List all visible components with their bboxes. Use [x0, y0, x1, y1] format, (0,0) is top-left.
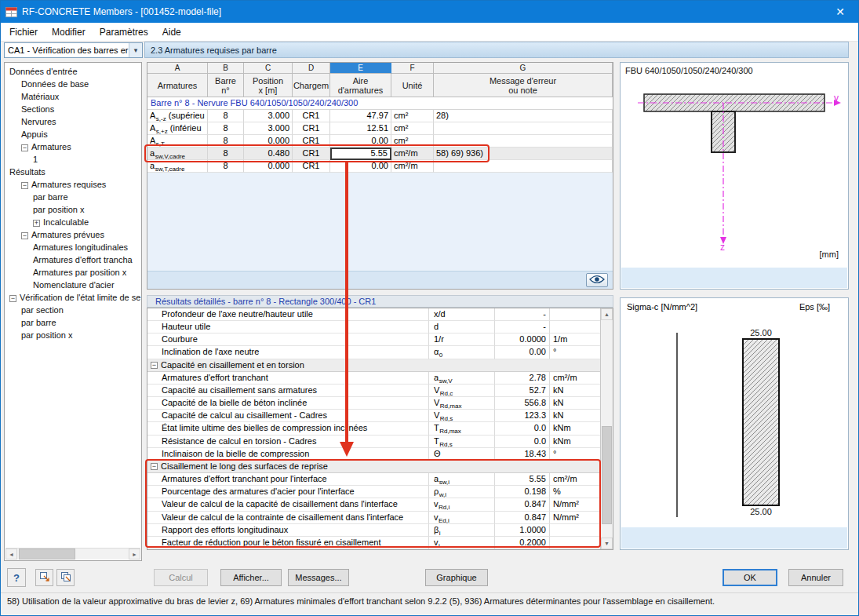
column-letter-f[interactable]: F: [391, 63, 434, 74]
cell-note[interactable]: [434, 122, 613, 135]
tree-item-par-position-x[interactable]: par position x: [5, 329, 141, 341]
cell-barre[interactable]: 8: [208, 160, 244, 173]
cell-position[interactable]: 3.000: [244, 110, 293, 122]
column-letter-b[interactable]: B: [208, 63, 244, 74]
detail-row[interactable]: Rapport des efforts longitudinauxβi1.000…: [147, 524, 602, 537]
cell-armatures[interactable]: asw,T,cadre: [147, 160, 208, 173]
detail-row[interactable]: Armatures d'effort tranchantasw,V2.78cm²…: [147, 372, 602, 385]
detail-row[interactable]: Inclinaison de la bielle de compressionΘ…: [147, 448, 602, 461]
column-letter-d[interactable]: D: [293, 63, 330, 74]
tree-item-nervures[interactable]: Nervures: [5, 115, 141, 128]
collapse-icon[interactable]: −: [21, 144, 28, 151]
column-letter-g[interactable]: G: [434, 63, 613, 74]
cell-aire[interactable]: 5.55: [330, 148, 391, 160]
detail-row[interactable]: Capacité au cisaillement sans armaturesV…: [147, 385, 602, 397]
collapse-icon[interactable]: −: [151, 463, 158, 470]
table-row[interactable]: asw,V,cadre80.480CR15.55cm²/m58) 69) 936…: [147, 148, 613, 160]
cell-note[interactable]: 58) 69) 936): [434, 148, 613, 160]
tree-item-par-section[interactable]: par section: [5, 304, 141, 316]
cell-chargement[interactable]: CR1: [293, 110, 330, 122]
messages-button[interactable]: Messages...: [288, 569, 349, 586]
detail-row[interactable]: Armatures d'effort tranchant pour l'inte…: [147, 473, 602, 486]
tree-item-armatures-par-position-x[interactable]: Armatures par position x: [5, 266, 141, 279]
scroll-up-icon[interactable]: ▲: [601, 308, 613, 320]
export-table-button[interactable]: [35, 569, 53, 586]
detail-row[interactable]: Valeur de calcul de la contrainte de cis…: [147, 512, 602, 524]
cell-chargement[interactable]: CR1: [293, 148, 330, 160]
detail-row[interactable]: Valeur de calcul de la capacité de cisai…: [147, 498, 602, 511]
detail-row[interactable]: Profondeur de l'axe neutre/hauteur utile…: [147, 308, 602, 321]
ok-button[interactable]: OK: [723, 569, 777, 586]
chevron-down-icon[interactable]: ▾: [129, 43, 142, 57]
detail-group-row[interactable]: −Capacité en cisaillement et en torsion: [147, 359, 602, 372]
cell-position[interactable]: 0.000: [244, 160, 293, 173]
close-button[interactable]: ✕: [822, 1, 858, 23]
cell-aire[interactable]: 12.51: [330, 122, 391, 135]
cell-position[interactable]: 0.480: [244, 148, 293, 160]
afficher-button[interactable]: Afficher...: [220, 569, 282, 586]
detail-row[interactable]: Capacité de la bielle de béton inclinéeV…: [147, 397, 602, 410]
cell-aire[interactable]: 47.97: [330, 110, 391, 122]
column-header-4[interactable]: Aire d'armatures: [330, 74, 391, 97]
collapse-icon[interactable]: −: [9, 295, 16, 302]
cell-unite[interactable]: cm²/m: [391, 160, 434, 173]
cell-chargement[interactable]: CR1: [293, 122, 330, 135]
cell-aire[interactable]: 0.00: [330, 160, 391, 173]
detail-row[interactable]: Hauteur utiled-: [147, 321, 602, 334]
tree-item-par-barre[interactable]: par barre: [5, 191, 141, 203]
menu-item-fichier[interactable]: Fichier: [2, 24, 45, 41]
graphique-button[interactable]: Graphique: [425, 569, 488, 586]
cell-barre[interactable]: 8: [208, 122, 244, 135]
tree-item-données-d-entrée[interactable]: Données d'entrée: [5, 65, 141, 78]
table-group-row[interactable]: Barre n° 8 - Nervure FBU 640/1050/1050/2…: [147, 97, 613, 110]
cell-armatures[interactable]: As,-z (supérieu: [147, 110, 208, 122]
detail-group-row[interactable]: −Cisaillement le long des surfaces de re…: [147, 461, 602, 473]
tree-item-1[interactable]: 1: [5, 153, 141, 166]
collapse-icon[interactable]: −: [21, 182, 28, 189]
column-header-2[interactable]: Position x [m]: [244, 74, 293, 97]
menu-item-modifier[interactable]: Modifier: [45, 24, 93, 41]
detail-vertical-scrollbar[interactable]: ▲ ▼: [600, 308, 613, 549]
tree-item-sections[interactable]: Sections: [5, 103, 141, 115]
tree-item-incalculable[interactable]: +Incalculable: [5, 216, 141, 228]
cell-note[interactable]: [434, 160, 613, 173]
table-row[interactable]: As,-z (supérieu83.000CR147.97cm²28): [147, 110, 613, 122]
cell-position[interactable]: 0.000: [244, 135, 293, 148]
cell-unite[interactable]: cm²: [391, 135, 434, 148]
column-header-6[interactable]: Message d'erreur ou note: [434, 74, 613, 97]
scroll-left-icon[interactable]: ◄: [5, 549, 17, 560]
tree-item-armatures-requises[interactable]: −Armatures requises: [5, 178, 141, 191]
tree-item-par-barre[interactable]: par barre: [5, 316, 141, 329]
detail-row[interactable]: Pourcentage des armatures d'acier pour l…: [147, 486, 602, 498]
column-header-1[interactable]: Barre n°: [208, 74, 244, 97]
tree-item-données-de-base[interactable]: Données de base: [5, 78, 141, 90]
table-row[interactable]: As,+z (inférieu83.000CR112.51cm²: [147, 122, 613, 135]
collapse-icon[interactable]: −: [21, 232, 28, 239]
cell-unite[interactable]: cm²: [391, 110, 434, 122]
detail-row[interactable]: Résistance de calcul en torsion - Cadres…: [147, 436, 602, 448]
cell-armatures[interactable]: As,T: [147, 135, 208, 148]
cell-armatures[interactable]: As,+z (inférieu: [147, 122, 208, 135]
view-results-button[interactable]: [586, 273, 608, 287]
export-all-button[interactable]: [56, 569, 75, 586]
detail-row[interactable]: Facteur de réduction pour le béton fissu…: [147, 537, 602, 549]
scroll-right-icon[interactable]: ►: [129, 549, 140, 560]
cell-note[interactable]: 28): [434, 110, 613, 122]
detail-row[interactable]: État limite ultime des bielles de compre…: [147, 422, 602, 435]
cell-unite[interactable]: cm²/m: [391, 148, 434, 160]
tree-item-par-position-x[interactable]: par position x: [5, 203, 141, 216]
column-letter-e[interactable]: E: [330, 63, 391, 74]
tree-item-vérification-de-l-état-limite-de-se[interactable]: −Vérification de l'état limite de se: [5, 291, 141, 304]
column-letter-c[interactable]: C: [244, 63, 293, 74]
help-button[interactable]: ?: [7, 568, 26, 587]
annuler-button[interactable]: Annuler: [788, 569, 843, 586]
column-header-0[interactable]: Armatures: [147, 74, 208, 97]
collapse-icon[interactable]: −: [151, 362, 158, 369]
column-letter-a[interactable]: A: [147, 63, 208, 74]
scrollbar-thumb[interactable]: [602, 426, 612, 524]
expand-icon[interactable]: +: [33, 220, 40, 227]
detail-row[interactable]: Capacité de calcul au cisaillement - Cad…: [147, 410, 602, 422]
cell-unite[interactable]: cm²: [391, 122, 434, 135]
column-header-5[interactable]: Unité: [391, 74, 434, 97]
tree-item-appuis[interactable]: Appuis: [5, 128, 141, 140]
